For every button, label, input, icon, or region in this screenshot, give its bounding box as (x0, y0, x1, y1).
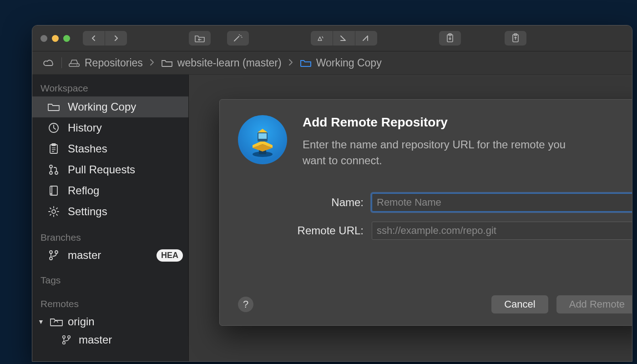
svg-point-12 (51, 193, 51, 194)
sidebar-section-workspace: Workspace (32, 79, 188, 96)
svg-point-15 (50, 257, 52, 260)
add-remote-button[interactable]: Add Remote (556, 295, 632, 313)
breadcrumb-repo-label: website-learn (master) (177, 57, 282, 69)
svg-point-4 (76, 65, 77, 66)
branch-icon (47, 248, 61, 262)
dialog-description: Enter the name and repository URL for th… (303, 137, 585, 169)
sidebar-section-remotes: Remotes (32, 295, 188, 312)
app-logo-icon (238, 115, 287, 164)
sidebar: Workspace Working Copy History Stashes (32, 75, 189, 362)
clipboard-up-icon (511, 33, 520, 43)
magic-wand-icon (233, 34, 243, 43)
folder-open-icon (300, 58, 312, 67)
clipboard-icon (47, 142, 61, 156)
svg-point-9 (50, 172, 52, 174)
nav-forward-button[interactable] (105, 31, 127, 46)
window-zoom-button[interactable] (63, 35, 70, 42)
svg-point-14 (50, 251, 52, 253)
chevron-right-icon (149, 57, 155, 69)
pull-icon (339, 34, 349, 43)
toolbar-stash-button[interactable] (439, 31, 461, 46)
toolbar-fetch-button[interactable] (311, 31, 333, 46)
sidebar-section-tags: Tags (32, 271, 188, 288)
book-icon (47, 184, 61, 197)
breadcrumb-repo[interactable]: website-learn (master) (161, 57, 282, 69)
cancel-button-label: Cancel (504, 298, 535, 310)
sidebar-remote-branch-label: master (79, 334, 112, 346)
drive-icon (68, 58, 80, 67)
url-field-label: Remote URL: (238, 224, 372, 237)
sidebar-item-label: Working Copy (68, 101, 136, 113)
folder-icon (47, 100, 61, 114)
disclosure-triangle-icon[interactable]: ▼ (37, 318, 45, 325)
breadcrumb: Repositories website-learn (master) Work… (32, 51, 632, 75)
sidebar-section-branches: Branches (32, 228, 188, 246)
sidebar-remote-origin[interactable]: ▼ origin (32, 312, 188, 331)
breadcrumb-working-copy[interactable]: Working Copy (300, 57, 382, 69)
window-close-button[interactable] (40, 35, 47, 42)
help-button[interactable]: ? (238, 297, 253, 312)
remote-url-input[interactable] (372, 222, 632, 240)
nav-back-button[interactable] (83, 31, 105, 46)
pull-request-icon (47, 163, 61, 177)
sidebar-item-label: Pull Requests (68, 163, 135, 176)
breadcrumb-repositories-label: Repositories (85, 57, 143, 69)
sidebar-item-reflog[interactable]: Reflog (32, 180, 188, 201)
fetch-icon (317, 34, 327, 43)
toolbar-quick-open-button[interactable] (189, 31, 211, 46)
svg-point-16 (55, 251, 58, 253)
titlebar (32, 25, 632, 51)
name-field-label: Name: (238, 196, 372, 209)
add-remote-dialog: Add Remote Repository Enter the name and… (219, 99, 632, 326)
breadcrumb-repositories[interactable]: Repositories (68, 57, 143, 69)
sidebar-branch-label: master (68, 249, 101, 262)
folder-icon (161, 58, 173, 67)
breadcrumb-divider (61, 57, 62, 68)
cloud-icon[interactable] (42, 58, 55, 68)
sidebar-item-settings[interactable]: Settings (32, 201, 188, 222)
branch-icon (60, 333, 73, 347)
sidebar-branch-master[interactable]: master HEA (32, 246, 188, 265)
window-minimize-button[interactable] (52, 35, 59, 42)
sidebar-remote-label: origin (68, 315, 95, 328)
folder-return-icon (194, 34, 205, 43)
sidebar-item-label: Reflog (68, 184, 99, 197)
toolbar-apply-stash-button[interactable] (505, 31, 526, 46)
clock-icon (47, 121, 61, 135)
sidebar-item-label: Stashes (68, 142, 107, 155)
cancel-button[interactable]: Cancel (491, 295, 548, 313)
breadcrumb-working-copy-label: Working Copy (316, 57, 382, 69)
chevron-right-icon (288, 57, 293, 69)
toolbar-quick-actions-button[interactable] (227, 31, 249, 46)
remote-name-input[interactable] (372, 193, 632, 212)
toolbar-push-button[interactable] (355, 31, 377, 46)
sidebar-item-label: History (68, 121, 102, 134)
svg-point-13 (52, 210, 56, 213)
svg-point-18 (63, 342, 66, 344)
svg-point-17 (63, 336, 66, 339)
sidebar-item-label: Settings (68, 205, 107, 218)
svg-point-10 (55, 172, 58, 174)
sidebar-item-pull-requests[interactable]: Pull Requests (32, 159, 188, 180)
add-remote-button-label: Add Remote (569, 298, 625, 310)
remote-folder-icon (50, 315, 63, 329)
sidebar-remote-branch-master[interactable]: master (32, 331, 188, 349)
sidebar-item-stashes[interactable]: Stashes (32, 138, 188, 159)
dialog-title: Add Remote Repository (303, 115, 585, 130)
toolbar-pull-button[interactable] (333, 31, 355, 46)
svg-rect-23 (258, 133, 267, 139)
svg-point-19 (68, 336, 71, 339)
help-icon: ? (243, 298, 248, 310)
sidebar-item-history[interactable]: History (32, 117, 188, 138)
sidebar-item-working-copy[interactable]: Working Copy (32, 96, 188, 117)
head-badge: HEA (157, 249, 183, 262)
app-window: Repositories website-learn (master) Work… (32, 25, 632, 362)
clipboard-down-icon (445, 33, 455, 43)
svg-point-8 (50, 165, 52, 168)
push-icon (361, 34, 371, 43)
gear-icon (47, 205, 61, 218)
